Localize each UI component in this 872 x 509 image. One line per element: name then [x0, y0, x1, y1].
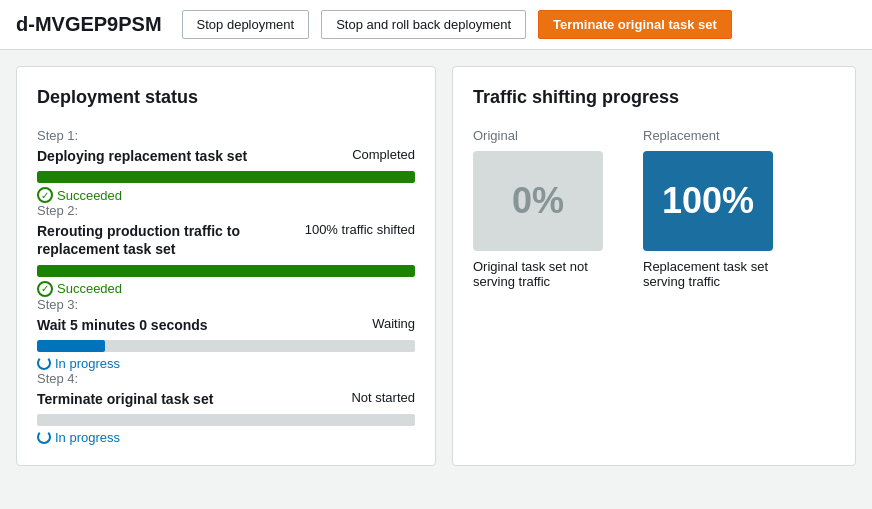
replacement-desc: Replacement task set serving traffic	[643, 259, 773, 289]
step-1-name: Deploying replacement task set	[37, 147, 247, 165]
step-3-name: Wait 5 minutes 0 seconds	[37, 316, 208, 334]
step-2-label: Step 2:	[37, 203, 415, 218]
stop-deployment-button[interactable]: Stop deployment	[182, 10, 310, 39]
terminate-original-button[interactable]: Terminate original task set	[538, 10, 732, 39]
original-desc: Original task set not serving traffic	[473, 259, 603, 289]
replacement-percent: 100%	[662, 180, 754, 222]
replacement-label: Replacement	[643, 128, 720, 143]
step-2-name: Rerouting production traffic to replacem…	[37, 222, 297, 258]
original-traffic-box: 0%	[473, 151, 603, 251]
step-1-progress-fill	[37, 171, 415, 183]
step-1-label: Step 1:	[37, 128, 415, 143]
traffic-shifting-title: Traffic shifting progress	[473, 87, 835, 108]
deployment-status-title: Deployment status	[37, 87, 415, 108]
step-1: Step 1:Deploying replacement task setCom…	[37, 128, 415, 203]
step-4: Step 4:Terminate original task setNot st…	[37, 371, 415, 445]
deployment-id: d-MVGEP9PSM	[16, 13, 162, 36]
step-3-result-text: In progress	[55, 356, 120, 371]
spinner-icon	[37, 430, 51, 444]
step-4-name: Terminate original task set	[37, 390, 213, 408]
steps-container: Step 1:Deploying replacement task setCom…	[37, 128, 415, 445]
step-3-result: In progress	[37, 356, 415, 371]
spinner-icon	[37, 356, 51, 370]
stop-rollback-button[interactable]: Stop and roll back deployment	[321, 10, 526, 39]
deployment-status-card: Deployment status Step 1:Deploying repla…	[16, 66, 436, 466]
check-icon: ✓	[37, 281, 53, 297]
step-3-label: Step 3:	[37, 297, 415, 312]
step-1-result: ✓Succeeded	[37, 187, 415, 203]
original-traffic-col: Original 0% Original task set not servin…	[473, 128, 603, 289]
step-2-row: Rerouting production traffic to replacem…	[37, 222, 415, 258]
step-2-result-text: Succeeded	[57, 281, 122, 296]
replacement-traffic-col: Replacement 100% Replacement task set se…	[643, 128, 773, 289]
step-3-row: Wait 5 minutes 0 secondsWaiting	[37, 316, 415, 334]
step-3-status: Waiting	[372, 316, 415, 331]
step-4-label: Step 4:	[37, 371, 415, 386]
original-percent: 0%	[512, 180, 564, 222]
step-3: Step 3:Wait 5 minutes 0 secondsWaitingIn…	[37, 297, 415, 371]
step-4-progress-bar	[37, 414, 415, 426]
main-content: Deployment status Step 1:Deploying repla…	[0, 50, 872, 482]
step-1-row: Deploying replacement task setCompleted	[37, 147, 415, 165]
replacement-traffic-box: 100%	[643, 151, 773, 251]
step-1-result-text: Succeeded	[57, 188, 122, 203]
page-header: d-MVGEP9PSM Stop deployment Stop and rol…	[0, 0, 872, 50]
step-4-result-text: In progress	[55, 430, 120, 445]
step-1-progress-bar	[37, 171, 415, 183]
traffic-shifting-card: Traffic shifting progress Original 0% Or…	[452, 66, 856, 466]
step-4-row: Terminate original task setNot started	[37, 390, 415, 408]
step-2-status: 100% traffic shifted	[305, 222, 415, 237]
step-2-result: ✓Succeeded	[37, 281, 415, 297]
step-4-status: Not started	[351, 390, 415, 405]
step-1-status: Completed	[352, 147, 415, 162]
step-3-progress-fill	[37, 340, 105, 352]
step-2: Step 2:Rerouting production traffic to r…	[37, 203, 415, 296]
step-4-result: In progress	[37, 430, 415, 445]
traffic-grid: Original 0% Original task set not servin…	[473, 128, 835, 289]
check-icon: ✓	[37, 187, 53, 203]
step-2-progress-fill	[37, 265, 415, 277]
original-label: Original	[473, 128, 518, 143]
step-2-progress-bar	[37, 265, 415, 277]
step-3-progress-bar	[37, 340, 415, 352]
